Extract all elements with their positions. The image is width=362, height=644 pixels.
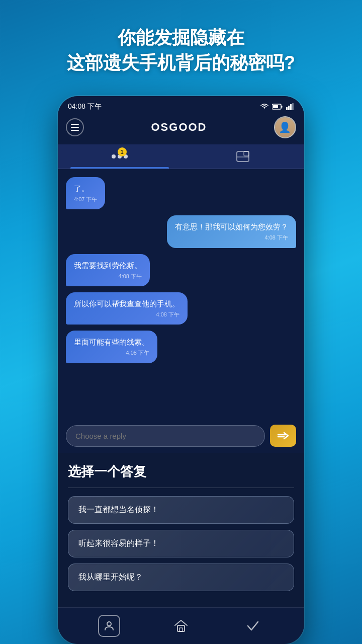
app-header: OSGOOD 👤 (58, 114, 304, 144)
phone-frame: 04:08 下午 (58, 96, 304, 644)
gallery-icon (236, 150, 250, 163)
svg-rect-1 (273, 105, 278, 108)
avatar[interactable]: 👤 (274, 116, 296, 138)
choices-divider (68, 488, 294, 488)
tab-gallery[interactable] (181, 144, 304, 169)
reply-input[interactable] (66, 425, 265, 447)
tab-chat[interactable]: 1 (58, 144, 181, 169)
svg-rect-3 (286, 107, 288, 110)
nav-check[interactable] (242, 615, 264, 637)
status-icons (260, 103, 294, 110)
svg-rect-4 (288, 106, 290, 110)
svg-rect-14 (179, 628, 183, 631)
tab-badge: 1 (118, 147, 127, 156)
avatar-image: 👤 (275, 117, 295, 137)
menu-button[interactable] (66, 118, 84, 136)
nav-home[interactable] (170, 615, 192, 637)
signal-icon (286, 103, 294, 110)
svg-rect-6 (292, 103, 294, 110)
bottom-nav (58, 607, 304, 644)
nav-profile[interactable] (98, 615, 120, 637)
svg-rect-7 (237, 151, 249, 162)
choice-2[interactable]: 听起来很容易的样子！ (68, 530, 294, 557)
check-icon (246, 619, 260, 633)
send-button[interactable] (270, 425, 296, 447)
page-title: 你能发掘隐藏在 这部遗失手机背后的秘密吗? (47, 25, 315, 76)
svg-point-12 (107, 622, 111, 626)
svg-rect-13 (177, 625, 185, 631)
status-bar: 04:08 下午 (58, 96, 304, 114)
message-5: 里面可能有些的线索。 4:08 下午 (66, 331, 157, 363)
choices-title: 选择一个答复 (68, 463, 294, 480)
svg-rect-5 (290, 104, 292, 110)
hamburger-icon (71, 124, 79, 131)
svg-rect-2 (282, 106, 283, 108)
status-time: 04:08 下午 (68, 102, 102, 111)
home-icon (174, 619, 188, 632)
send-icon (277, 431, 289, 441)
message-2: 有意思！那我可以如何为您效劳？ 4:08 下午 (167, 215, 296, 248)
choices-section: 选择一个答复 我一直都想当名侦探！ 听起来很容易的样子！ 我从哪里开始呢？ (58, 453, 304, 607)
wifi-icon (260, 103, 269, 110)
chat-area: 了。 4:07 下午 有意思！那我可以如何为您效劳？ 4:08 下午 我需要找到… (58, 169, 304, 419)
message-1: 了。 4:07 下午 (66, 177, 105, 209)
reply-input-area (58, 419, 304, 453)
tab-bar: 1 (58, 144, 304, 169)
choice-1[interactable]: 我一直都想当名侦探！ (68, 496, 294, 524)
person-icon (103, 620, 115, 632)
choice-3[interactable]: 我从哪里开始呢？ (68, 564, 294, 591)
message-4: 所以你可以帮我查查他的手机。 4:08 下午 (66, 292, 188, 325)
message-3: 我需要找到劳伦斯。 4:08 下午 (66, 254, 150, 286)
battery-icon (272, 104, 283, 110)
app-title: OSGOOD (151, 121, 207, 134)
